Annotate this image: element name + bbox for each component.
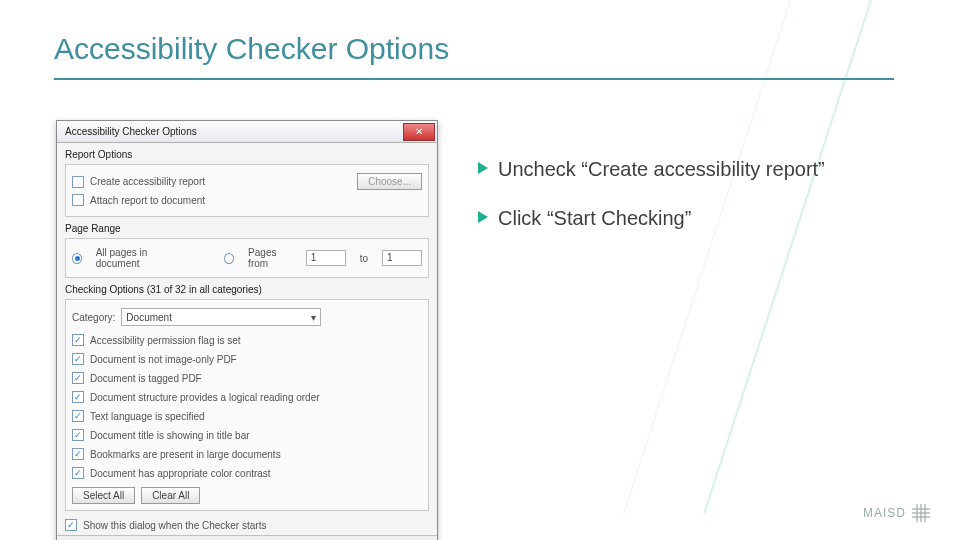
select-all-button[interactable]: Select All	[72, 487, 135, 504]
option-label: Show this dialog when the Checker starts	[83, 520, 266, 531]
check-item[interactable]: ✓	[72, 429, 84, 441]
check-item-label: Document is tagged PDF	[90, 373, 202, 384]
check-item[interactable]: ✓	[72, 467, 84, 479]
clear-all-button[interactable]: Clear All	[141, 487, 200, 504]
slide-title: Accessibility Checker Options	[54, 32, 449, 66]
category-label: Category:	[72, 312, 115, 323]
check-item-label: Document has appropriate color contrast	[90, 468, 271, 479]
group-label: Page Range	[65, 223, 429, 234]
category-select[interactable]: Document ▾	[121, 308, 321, 326]
check-item-label: Text language is specified	[90, 411, 205, 422]
checkbox-create-report[interactable]	[72, 176, 84, 188]
to-label: to	[360, 253, 368, 264]
bullet-item: Click “Start Checking”	[478, 205, 848, 232]
check-item-label: Document is not image-only PDF	[90, 354, 237, 365]
check-item[interactable]: ✓	[72, 391, 84, 403]
option-label: All pages in document	[96, 247, 180, 269]
bullet-item: Uncheck “Create accessibility report”	[478, 156, 848, 183]
check-item-label: Accessibility permission flag is set	[90, 335, 241, 346]
arrow-right-icon	[478, 162, 488, 174]
page-from-input[interactable]: 1	[306, 250, 346, 266]
check-item[interactable]: ✓	[72, 372, 84, 384]
check-item-label: Document structure provides a logical re…	[90, 392, 320, 403]
close-button[interactable]: ✕	[403, 123, 435, 141]
x-icon: ✕	[415, 126, 423, 137]
option-label: Pages from	[248, 247, 292, 269]
check-item[interactable]: ✓	[72, 334, 84, 346]
check-item[interactable]: ✓	[72, 448, 84, 460]
radio-pages-from[interactable]	[224, 253, 234, 264]
accessibility-checker-dialog: Accessibility Checker Options ✕ Report O…	[56, 120, 438, 540]
bullet-text: Click “Start Checking”	[498, 205, 691, 232]
radio-all-pages[interactable]	[72, 253, 82, 264]
page-to-input[interactable]: 1	[382, 250, 422, 266]
chevron-down-icon: ▾	[311, 312, 316, 323]
option-label: Attach report to document	[90, 195, 205, 206]
group-label: Report Options	[65, 149, 429, 160]
footer-logo: MAISD	[863, 504, 930, 522]
logo-icon	[912, 504, 930, 522]
group-label: Checking Options (31 of 32 in all catego…	[65, 284, 429, 295]
option-label: Create accessibility report	[90, 176, 205, 187]
choose-folder-button[interactable]: Choose...	[357, 173, 422, 190]
title-underline	[54, 78, 894, 80]
dialog-title: Accessibility Checker Options	[65, 126, 197, 137]
check-item-label: Bookmarks are present in large documents	[90, 449, 281, 460]
select-value: Document	[126, 312, 172, 323]
checkbox-attach-report[interactable]	[72, 194, 84, 206]
bullet-text: Uncheck “Create accessibility report”	[498, 156, 825, 183]
bullet-list: Uncheck “Create accessibility report” Cl…	[478, 156, 848, 254]
checkbox-show-dialog[interactable]: ✓	[65, 519, 77, 531]
check-item-label: Document title is showing in title bar	[90, 430, 250, 441]
logo-text: MAISD	[863, 506, 906, 520]
check-item[interactable]: ✓	[72, 353, 84, 365]
arrow-right-icon	[478, 211, 488, 223]
check-item[interactable]: ✓	[72, 410, 84, 422]
